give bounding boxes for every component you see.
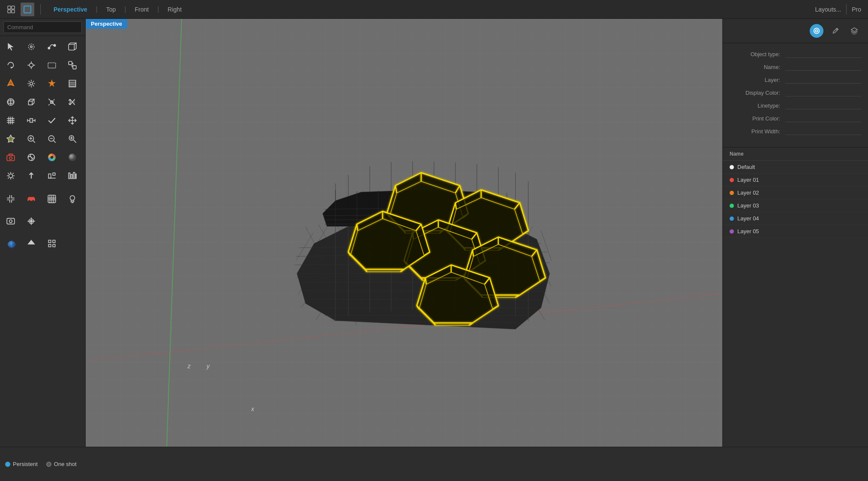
layer-row-default[interactable]: Default [723,161,868,174]
up-arrow-btn[interactable] [22,167,40,185]
property-row-print-width: Print Width: [730,127,861,135]
extrude-tool-btn[interactable] [22,93,40,111]
status-one-shot[interactable]: One shot [46,461,77,467]
model-svg [250,98,593,398]
lightbulb-btn[interactable] [63,190,81,208]
layer-row-04[interactable]: Layer 04 [723,212,868,225]
tab-top[interactable]: Top [99,4,123,15]
sphere-render-btn[interactable] [63,148,81,166]
grid-view-btn[interactable] [2,111,20,129]
arrow-up-small-btn[interactable] [22,234,40,253]
light-btn[interactable] [2,130,20,148]
svg-point-10 [30,63,33,67]
display-color-label: Display Color: [730,90,785,96]
curve-tool-btn[interactable] [43,38,61,56]
svg-point-70 [28,200,30,201]
car-btn[interactable] [22,190,40,208]
snap-to-btn[interactable] [2,190,20,208]
rect-tool-btn[interactable] [43,56,61,74]
object-type-value [785,50,861,58]
grid-layout-icon-btn[interactable] [4,3,18,16]
settings-tool-btn[interactable] [22,75,40,93]
hatch-tool-btn[interactable] [63,75,81,93]
trim-tool-btn[interactable] [43,93,61,111]
svg-rect-68 [73,172,75,178]
dimensions-btn[interactable] [22,111,40,129]
snap-grid-btn[interactable] [43,234,61,253]
persistent-dot [5,462,10,467]
viewport-area[interactable]: Perspective z y x [86,19,722,447]
layer-name-02: Layer 02 [737,189,861,196]
status-persistent[interactable]: Persistent [5,461,38,467]
layer-row-02[interactable]: Layer 02 [723,186,868,199]
nav-icon-group [0,3,39,16]
box-tool-btn[interactable] [63,38,81,56]
sphere-tool-btn[interactable] [2,93,20,111]
bars-btn[interactable] [63,167,81,185]
property-row-display-color: Display Color: [730,89,861,96]
zoom-in-btn[interactable] [22,130,40,148]
one-shot-dot [46,462,51,467]
properties-panel: Object type: Name: Layer: Display Color:… [723,43,868,147]
move-btn[interactable] [63,111,81,129]
tab-perspective[interactable]: Perspective [47,4,94,15]
world-btn[interactable] [43,190,61,208]
command-input[interactable] [3,21,82,33]
property-row-linetype: Linetype: [730,102,861,109]
name-label: Name: [730,64,785,70]
capture-btn[interactable] [2,212,20,230]
camera-btn[interactable] [2,148,20,166]
color-wheel-btn[interactable] [43,148,61,166]
properties-icon-btn[interactable] [810,24,823,38]
toolbar-grid-4 [0,233,85,256]
layer-dot-05 [730,229,734,234]
layouts-button[interactable]: Layouts... [815,6,841,13]
svg-marker-84 [27,240,35,244]
zoom-out-btn[interactable] [43,130,61,148]
draw-tool-btn[interactable] [2,75,20,93]
sun-btn[interactable] [2,167,20,185]
svg-point-54 [9,174,13,178]
align-btn[interactable] [43,167,61,185]
select-tool-btn[interactable] [2,38,20,56]
layer-row-05[interactable]: Layer 05 [723,225,868,238]
target-btn[interactable] [22,212,40,230]
svg-rect-35 [30,119,33,123]
tab-right[interactable]: Right [161,4,189,15]
snap-tool-btn[interactable] [22,56,40,74]
layer-row-03[interactable]: Layer 03 [723,199,868,212]
zoom-area-btn[interactable] [63,130,81,148]
layer-row-01[interactable]: Layer 01 [723,174,868,186]
svg-line-60 [12,177,13,178]
rotate-tool-btn[interactable] [2,56,20,74]
svg-point-207 [815,30,817,32]
layers-icon-btn[interactable] [847,24,861,38]
transform-tool-btn[interactable] [63,56,81,74]
print-width-value [785,127,861,135]
svg-line-169 [455,203,456,209]
svg-line-40 [33,141,35,142]
property-row-layer: Layer: [730,76,861,84]
property-row-name: Name: [730,63,861,71]
object-type-label: Object type: [730,51,785,57]
svg-point-8 [54,45,55,46]
layer-dot-01 [730,178,734,182]
layer-dot-03 [730,204,734,208]
viewport-square-icon-btn[interactable] [21,3,34,16]
explode-tool-btn[interactable] [43,75,61,93]
texture-btn[interactable] [22,148,40,166]
nav-separator-1 [40,4,41,15]
layer-label: Layer: [730,77,785,83]
point-tool-btn[interactable] [22,38,40,56]
svg-rect-64 [53,173,55,175]
tab-front[interactable]: Front [128,4,156,15]
pen-icon-btn[interactable] [829,24,842,38]
svg-line-47 [73,140,76,143]
persistent-label: Persistent [13,461,38,467]
layer-dot-02 [730,191,734,195]
command-input-area [0,19,85,36]
mirror-tool-btn[interactable] [63,93,81,111]
checkmark-btn[interactable] [43,111,61,129]
globe-btn[interactable] [2,234,21,254]
svg-line-44 [54,141,55,142]
